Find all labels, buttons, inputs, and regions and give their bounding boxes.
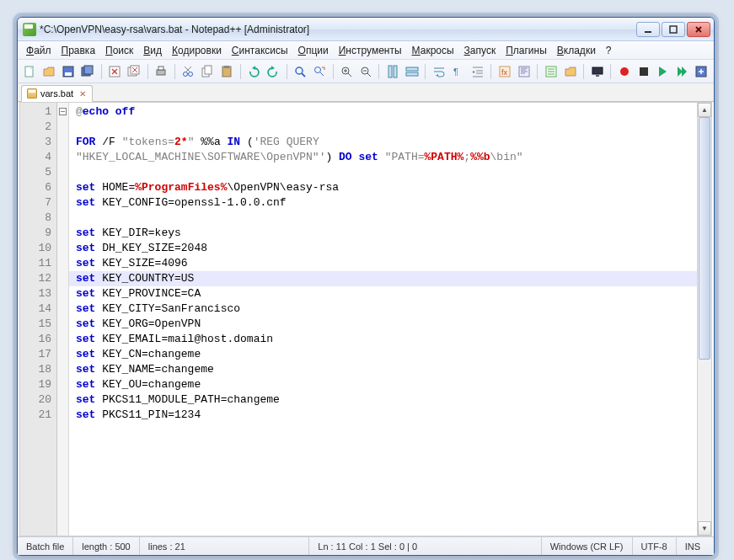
maximize-button[interactable] bbox=[662, 22, 685, 37]
menu-вкладки[interactable]: Вкладки bbox=[552, 43, 601, 58]
menu-запуск[interactable]: Запуск bbox=[459, 43, 501, 58]
line-number[interactable]: 18 bbox=[20, 362, 51, 377]
menu-файл[interactable]: Файл bbox=[21, 43, 56, 58]
line-number[interactable]: 3 bbox=[20, 135, 51, 150]
copy-icon[interactable] bbox=[199, 62, 217, 81]
code-line[interactable]: set KEY_OU=changeme bbox=[76, 377, 694, 392]
code-line[interactable] bbox=[76, 165, 694, 180]
line-number[interactable]: 10 bbox=[20, 241, 51, 256]
scroll-thumb[interactable] bbox=[699, 117, 710, 360]
line-number[interactable]: 19 bbox=[20, 377, 51, 392]
code-line[interactable]: set KEY_ORG=OpenVPN bbox=[76, 317, 694, 332]
cut-icon[interactable] bbox=[179, 62, 197, 81]
save-icon[interactable] bbox=[60, 62, 78, 81]
sync-v-icon[interactable] bbox=[383, 62, 401, 81]
minimize-button[interactable] bbox=[636, 22, 660, 37]
vertical-scrollbar[interactable]: ▲ ▼ bbox=[697, 103, 711, 536]
line-number[interactable]: 16 bbox=[20, 332, 51, 347]
find-icon[interactable] bbox=[292, 62, 309, 81]
line-number[interactable]: 12 bbox=[20, 271, 51, 286]
scroll-down-button[interactable]: ▼ bbox=[698, 521, 711, 536]
menu-макросы[interactable]: Макросы bbox=[407, 43, 459, 58]
line-number[interactable]: 20 bbox=[20, 392, 51, 408]
code-line[interactable]: set KEY_CONFIG=openssl-1.0.0.cnf bbox=[76, 195, 694, 211]
code-area[interactable]: @echo off FOR /F "tokens=2*" %%a IN ('RE… bbox=[69, 103, 697, 536]
code-line[interactable]: set KEY_DIR=keys bbox=[76, 226, 694, 241]
save-macro-icon[interactable] bbox=[693, 62, 710, 81]
menu-правка[interactable]: Правка bbox=[56, 43, 101, 58]
menu-синтаксисы[interactable]: Синтаксисы bbox=[227, 43, 293, 58]
tab-close-icon[interactable]: ✕ bbox=[78, 89, 87, 98]
code-line[interactable]: FOR /F "tokens=2*" %%a IN ('REG QUERY bbox=[76, 135, 694, 150]
line-number[interactable]: 2 bbox=[20, 120, 51, 135]
menu-вид[interactable]: Вид bbox=[138, 43, 167, 58]
sync-h-icon[interactable] bbox=[403, 62, 421, 81]
code-line[interactable]: set KEY_CN=changeme bbox=[76, 347, 694, 362]
line-number[interactable]: 14 bbox=[20, 301, 51, 317]
replace-icon[interactable] bbox=[311, 62, 329, 81]
open-icon[interactable] bbox=[40, 62, 58, 81]
folder-icon[interactable] bbox=[561, 62, 579, 81]
line-number-gutter[interactable]: 123456789101112131415161718192021 bbox=[20, 103, 57, 536]
close-icon[interactable] bbox=[106, 62, 124, 81]
code-line[interactable]: set KEY_CITY=SanFrancisco bbox=[76, 301, 694, 317]
print-icon[interactable] bbox=[153, 62, 170, 81]
save-all-icon[interactable] bbox=[79, 62, 97, 81]
code-line[interactable]: set DH_KEY_SIZE=2048 bbox=[76, 241, 694, 256]
code-line[interactable]: set KEY_EMAIL=mail@host.domain bbox=[76, 332, 694, 347]
scroll-up-button[interactable]: ▲ bbox=[698, 103, 711, 117]
titlebar[interactable]: *C:\OpenVPN\easy-rsa\vars.bat - Notepad+… bbox=[18, 18, 714, 41]
play-multi-icon[interactable] bbox=[673, 62, 691, 81]
redo-icon[interactable] bbox=[265, 62, 282, 81]
code-line[interactable] bbox=[76, 120, 694, 135]
code-line[interactable]: set KEY_NAME=changeme bbox=[76, 362, 694, 377]
line-number[interactable]: 8 bbox=[20, 211, 51, 226]
tab-vars-bat[interactable]: vars.bat ✕ bbox=[21, 85, 93, 102]
code-line[interactable]: set HOME=%ProgramFiles%\OpenVPN\easy-rsa bbox=[76, 180, 694, 195]
code-line[interactable]: set PKCS11_MODULE_PATH=changeme bbox=[76, 392, 694, 408]
line-number[interactable]: 5 bbox=[20, 165, 51, 180]
line-number[interactable]: 21 bbox=[20, 408, 51, 423]
line-number[interactable]: 6 bbox=[20, 180, 51, 195]
close-all-icon[interactable] bbox=[126, 62, 143, 81]
line-number[interactable]: 15 bbox=[20, 317, 51, 332]
new-icon[interactable] bbox=[21, 62, 39, 81]
code-line[interactable] bbox=[76, 211, 694, 226]
undo-icon[interactable] bbox=[245, 62, 263, 81]
chars-icon[interactable]: ¶ bbox=[449, 62, 467, 81]
code-line[interactable] bbox=[76, 423, 694, 438]
code-line[interactable]: "HKEY_LOCAL_MACHINE\SOFTWARE\OpenVPN"') … bbox=[76, 150, 694, 165]
scroll-track[interactable] bbox=[698, 117, 711, 521]
line-number[interactable]: 1 bbox=[20, 104, 51, 120]
line-number[interactable]: 17 bbox=[20, 347, 51, 362]
line-number[interactable]: 13 bbox=[20, 286, 51, 301]
wrap-icon[interactable] bbox=[430, 62, 447, 81]
menu-поиск[interactable]: Поиск bbox=[100, 43, 138, 58]
menu-инструменты[interactable]: Инструменты bbox=[334, 43, 407, 58]
monitor-icon[interactable] bbox=[588, 62, 606, 81]
fold-toggle-icon[interactable] bbox=[59, 108, 67, 115]
record-icon[interactable] bbox=[615, 62, 633, 81]
code-line[interactable]: set KEY_COUNTRY=US bbox=[76, 271, 694, 286]
doc-map-icon[interactable] bbox=[515, 62, 533, 81]
menu-кодировки[interactable]: Кодировки bbox=[167, 43, 227, 58]
paste-icon[interactable] bbox=[218, 62, 236, 81]
close-button[interactable] bbox=[687, 22, 710, 37]
menu-плагины[interactable]: Плагины bbox=[501, 43, 552, 58]
menu-?[interactable]: ? bbox=[601, 43, 617, 58]
indent-icon[interactable] bbox=[469, 62, 486, 81]
code-line[interactable]: set PKCS11_PIN=1234 bbox=[76, 408, 694, 423]
play-icon[interactable] bbox=[654, 62, 672, 81]
stop-icon[interactable] bbox=[635, 62, 652, 81]
zoom-in-icon[interactable] bbox=[338, 62, 356, 81]
lang-icon[interactable]: fx bbox=[496, 62, 513, 81]
func-list-icon[interactable] bbox=[542, 62, 560, 81]
code-line[interactable]: set KEY_SIZE=4096 bbox=[76, 256, 694, 271]
line-number[interactable]: 11 bbox=[20, 256, 51, 271]
line-number[interactable]: 9 bbox=[20, 226, 51, 241]
code-line[interactable]: set KEY_PROVINCE=CA bbox=[76, 286, 694, 301]
zoom-out-icon[interactable] bbox=[356, 62, 374, 81]
code-line[interactable]: @echo off bbox=[76, 104, 694, 120]
fold-margin[interactable] bbox=[57, 103, 69, 536]
line-number[interactable]: 7 bbox=[20, 195, 51, 211]
